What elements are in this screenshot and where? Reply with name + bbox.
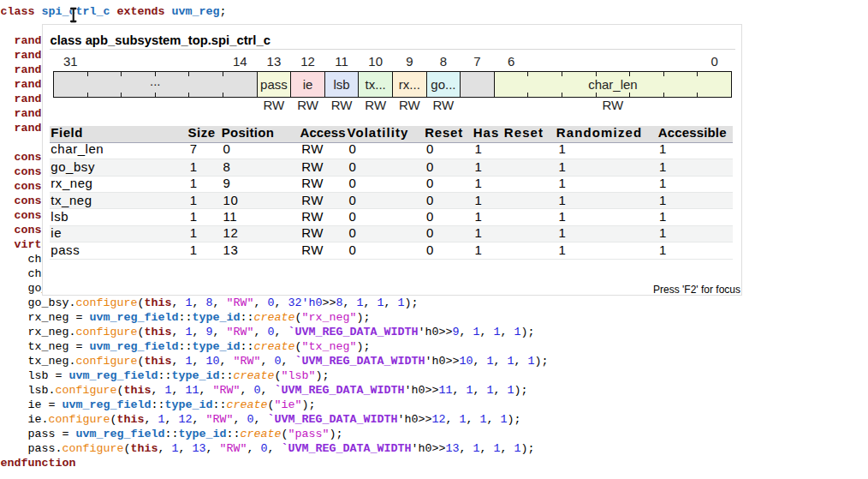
svg-text:10: 10 (368, 54, 383, 69)
svg-text:RW: RW (399, 98, 421, 112)
svg-text:31: 31 (63, 54, 78, 69)
svg-text:13: 13 (267, 54, 282, 69)
svg-text:14: 14 (233, 54, 247, 69)
svg-text:RW: RW (331, 98, 354, 112)
svg-text:RW: RW (365, 98, 387, 112)
svg-text:RW: RW (433, 98, 455, 112)
svg-text:...: ... (150, 74, 161, 88)
svg-text:6: 6 (508, 54, 514, 69)
svg-text:ie: ie (303, 77, 313, 92)
svg-text:9: 9 (406, 54, 413, 69)
svg-text:go...: go... (431, 77, 455, 92)
svg-text:rx...: rx... (399, 77, 420, 92)
svg-text:12: 12 (300, 54, 315, 69)
svg-text:RW: RW (264, 98, 286, 112)
svg-text:7: 7 (473, 54, 480, 69)
svg-text:0: 0 (711, 54, 718, 69)
svg-text:pass: pass (260, 77, 288, 92)
svg-text:RW: RW (297, 98, 319, 112)
svg-text:RW: RW (603, 98, 625, 112)
svg-text:8: 8 (440, 54, 447, 69)
svg-text:lsb: lsb (334, 77, 350, 92)
svg-text:tx...: tx... (366, 77, 386, 92)
svg-text:11: 11 (335, 54, 348, 69)
svg-text:char_len: char_len (588, 77, 638, 92)
